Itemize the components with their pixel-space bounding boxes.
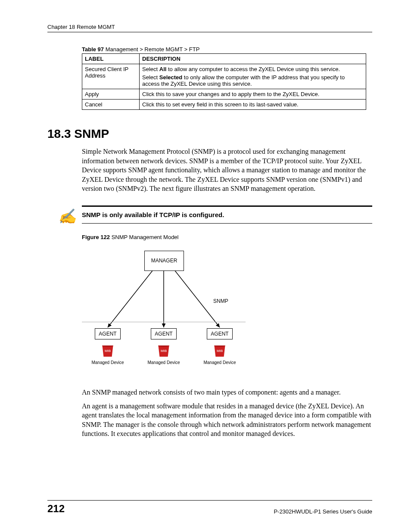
cell-label: Cancel — [82, 100, 140, 110]
cell-description: Select All to allow any computer to acce… — [140, 64, 366, 89]
table-row: Cancel Click this to set every field in … — [82, 100, 366, 110]
mib-icon: MIB — [213, 345, 226, 357]
body-paragraph: An agent is a management software module… — [82, 401, 372, 439]
col-header-label: LABEL — [82, 54, 140, 64]
managed-device: AGENT MIB Managed Device — [88, 328, 127, 365]
body-paragraph: An SNMP managed network consists of two … — [82, 388, 372, 397]
managed-device-label: Managed Device — [88, 360, 127, 365]
table-row: Secured Client IP Address Select All to … — [82, 64, 366, 89]
table-number: Table 97 — [82, 46, 104, 53]
snmp-label: SNMP — [213, 298, 228, 304]
chapter-header: Chapter 18 Remote MGMT — [47, 24, 372, 32]
agent-box: AGENT — [151, 328, 176, 339]
page-number: 212 — [47, 503, 65, 515]
managed-device-label: Managed Device — [144, 360, 183, 365]
agent-box: AGENT — [95, 328, 120, 339]
guide-title: P-2302HWUDL-P1 Series User's Guide — [274, 508, 372, 515]
manager-box: MANAGER — [144, 251, 184, 271]
body-paragraph: Simple Network Management Protocol (SNMP… — [82, 147, 372, 193]
diagram-line — [82, 322, 246, 322]
figure-caption: Figure 122 SNMP Management Model — [82, 234, 372, 240]
figure-number: Figure 122 — [82, 234, 110, 240]
table-title: Management > Remote MGMT > FTP — [104, 46, 199, 53]
mib-icon: MIB — [157, 345, 170, 357]
cell-label: Apply — [82, 89, 140, 100]
cell-label: Secured Client IP Address — [82, 64, 140, 89]
table-caption: Table 97 Management > Remote MGMT > FTP — [82, 46, 372, 53]
section-heading: 18.3 SNMP — [47, 127, 372, 141]
ftp-table: LABEL DESCRIPTION Secured Client IP Addr… — [82, 53, 366, 110]
cell-description: Click this to save your changes and to a… — [140, 89, 366, 100]
note-block: ✍ SNMP is only available if TCP/IP is co… — [82, 205, 372, 224]
agent-box: AGENT — [207, 328, 232, 339]
snmp-diagram: MANAGER SNMP AGENT MIB Managed Device AG… — [82, 242, 246, 384]
figure-title: SNMP Management Model — [110, 234, 178, 240]
svg-line-0 — [108, 270, 153, 327]
managed-device: AGENT MIB Managed Device — [144, 328, 183, 365]
note-text: SNMP is only available if TCP/IP is conf… — [82, 211, 224, 218]
managed-device: AGENT MIB Managed Device — [200, 328, 239, 365]
cell-description: Click this to set every field in this sc… — [140, 100, 366, 110]
table-row: Apply Click this to save your changes an… — [82, 89, 366, 100]
managed-device-label: Managed Device — [200, 360, 239, 365]
mib-icon: MIB — [101, 345, 114, 357]
col-header-description: DESCRIPTION — [140, 54, 366, 64]
page-footer: 212 P-2302HWUDL-P1 Series User's Guide — [47, 500, 372, 515]
note-icon: ✍ — [58, 208, 76, 225]
